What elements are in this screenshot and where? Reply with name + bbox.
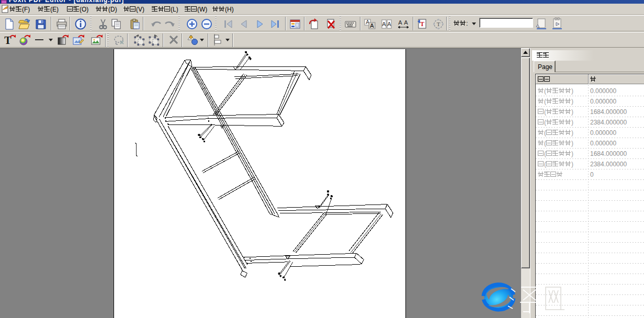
svg-text:T: T	[437, 21, 440, 27]
svg-text:A: A	[404, 19, 408, 26]
svg-text:A: A	[398, 19, 402, 26]
svg-text:A: A	[387, 21, 391, 27]
svg-text:A: A	[382, 21, 386, 27]
svg-text:T: T	[420, 20, 424, 28]
svg-text:A: A	[370, 22, 374, 29]
